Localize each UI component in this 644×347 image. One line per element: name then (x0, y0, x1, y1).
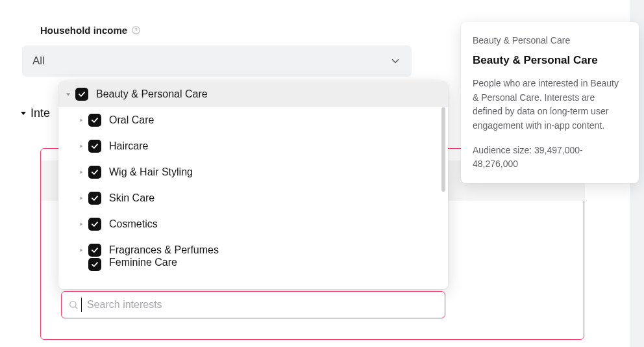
scrollbar-thumb[interactable] (441, 107, 445, 192)
interest-row[interactable]: Skin Care (58, 185, 448, 211)
caret-right-solid-icon[interactable] (77, 222, 86, 227)
interest-info-tooltip: Beauty & Personal Care Beauty & Personal… (461, 22, 639, 183)
caret-right-solid-icon[interactable] (77, 248, 86, 253)
interest-row-label: Beauty & Personal Care (96, 88, 208, 100)
search-input[interactable] (86, 298, 438, 311)
caret-down-solid-icon[interactable] (64, 91, 73, 97)
interests-section-title: Inte (31, 107, 50, 120)
household-income-text: Household income (40, 25, 127, 36)
checkbox-checked[interactable] (88, 192, 101, 205)
svg-marker-10 (80, 222, 82, 225)
caret-down-solid-icon (19, 107, 27, 120)
interests-section-header[interactable]: Inte (19, 107, 50, 120)
interest-info-title: Beauty & Personal Care (473, 52, 627, 69)
svg-marker-6 (80, 118, 82, 122)
interest-info-audience-size: Audience size: 39,497,000-48,276,000 (473, 144, 627, 172)
interest-row-top[interactable]: Beauty & Personal Care (58, 81, 448, 107)
interests-dropdown-panel: Beauty & Personal Care Oral Care Hairc (58, 81, 448, 289)
svg-line-13 (75, 307, 77, 309)
checkbox-checked[interactable] (88, 114, 101, 127)
caret-right-solid-icon[interactable] (77, 144, 86, 149)
interest-row[interactable]: Cosmetics (58, 211, 448, 237)
household-income-select[interactable]: All (22, 45, 412, 77)
checkbox-checked[interactable] (88, 140, 101, 153)
caret-right-solid-icon[interactable] (77, 170, 86, 175)
interest-row[interactable]: Haircare (58, 133, 448, 159)
svg-marker-9 (80, 196, 82, 199)
interests-search-field[interactable] (61, 291, 445, 318)
interest-row[interactable]: Wig & Hair Styling (58, 159, 448, 185)
chevron-down-icon (390, 55, 401, 67)
svg-marker-11 (80, 248, 82, 251)
search-icon (68, 300, 79, 310)
interest-info-description: People who are interested in Beauty & Pe… (473, 77, 627, 133)
caret-right-solid-icon[interactable] (77, 118, 86, 123)
interests-dropdown-list: Beauty & Personal Care Oral Care Hairc (58, 81, 448, 289)
household-income-label: Household income (40, 25, 141, 36)
interest-row[interactable]: Feminine Care (58, 263, 448, 279)
svg-point-1 (136, 32, 136, 32)
household-income-value: All (32, 55, 45, 68)
checkbox-checked[interactable] (88, 244, 101, 257)
svg-marker-8 (80, 170, 82, 174)
interest-row-label: Fragrances & Perfumes (109, 244, 219, 256)
interest-row-label: Skin Care (109, 192, 155, 204)
interest-info-breadcrumb: Beauty & Personal Care (473, 34, 627, 48)
text-cursor (81, 298, 82, 312)
svg-marker-2 (21, 112, 26, 115)
help-circle-icon[interactable] (131, 25, 141, 35)
checkbox-checked[interactable] (88, 258, 101, 271)
interest-row-label: Wig & Hair Styling (109, 166, 193, 178)
svg-marker-5 (66, 93, 71, 96)
svg-marker-7 (80, 144, 82, 148)
checkbox-checked[interactable] (88, 218, 101, 231)
caret-right-solid-icon[interactable] (77, 196, 86, 201)
interest-row-label: Oral Care (109, 114, 154, 126)
interest-row[interactable]: Oral Care (58, 107, 448, 133)
interest-row-label: Cosmetics (109, 218, 158, 230)
interest-row-label: Haircare (109, 140, 148, 152)
interest-row-label: Feminine Care (109, 257, 177, 268)
checkbox-checked[interactable] (88, 166, 101, 179)
checkbox-checked[interactable] (75, 88, 88, 101)
